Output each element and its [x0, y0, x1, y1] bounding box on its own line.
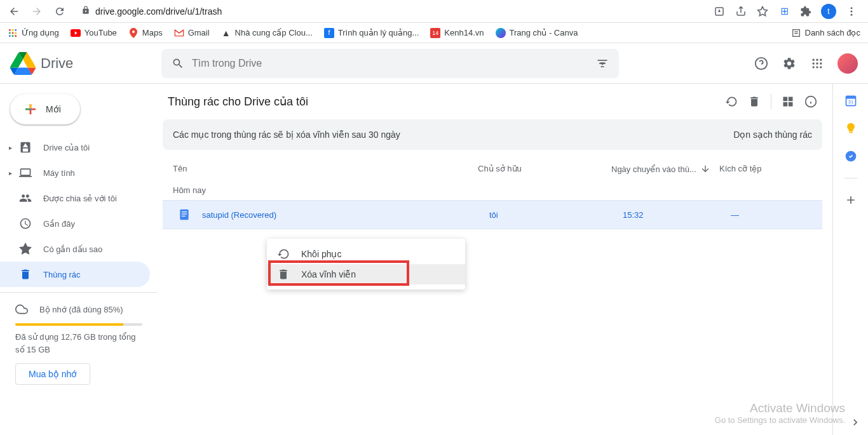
maps-bookmark[interactable]: Maps	[128, 28, 163, 38]
svg-rect-10	[9, 35, 11, 37]
svg-rect-8	[12, 32, 14, 34]
gmail-bookmark[interactable]: Gmail	[174, 28, 210, 38]
add-addon-icon[interactable]	[844, 194, 857, 206]
file-owner: tôi	[489, 210, 623, 220]
page-title: Thùng rác cho Drive của tôi	[168, 95, 308, 109]
apps-bookmark[interactable]: Ứng dụng	[8, 28, 59, 38]
drive-header: Drive	[0, 43, 868, 84]
drive-title: Drive	[41, 55, 73, 72]
sidebar-item-trash[interactable]: ▸Thùng rác	[0, 262, 150, 287]
sidebar-item-recent[interactable]: ▸Gần đây	[0, 211, 150, 236]
svg-rect-31	[783, 97, 788, 102]
svg-point-29	[816, 66, 818, 68]
caret-icon: ▸	[9, 144, 14, 151]
svg-rect-33	[783, 102, 788, 107]
address-bar[interactable]: drive.google.com/drive/u/1/trash	[74, 6, 708, 17]
youtube-icon	[71, 28, 81, 38]
reload-button[interactable]	[51, 3, 69, 20]
svg-rect-9	[15, 32, 17, 34]
ads-bookmark[interactable]: fTrình quản lý quảng...	[324, 28, 419, 38]
sidebar: Mới ▸Drive của tôi ▸Máy tính ▸Được chia …	[0, 84, 158, 435]
search-options-icon[interactable]	[596, 57, 609, 70]
settings-icon[interactable]	[782, 56, 797, 71]
canva-bookmark[interactable]: Trang chủ - Canva	[496, 28, 578, 38]
back-button[interactable]	[5, 3, 23, 20]
menu-icon[interactable]	[845, 5, 858, 18]
sidebar-item-shared[interactable]: ▸Được chia sẻ với tôi	[0, 185, 150, 211]
panel-collapse-icon[interactable]	[848, 415, 863, 430]
install-icon[interactable]	[713, 5, 726, 18]
search-box[interactable]	[161, 49, 619, 78]
apps-grid-icon[interactable]	[810, 56, 825, 71]
browser-toolbar: drive.google.com/drive/u/1/trash ⊞ t	[0, 0, 868, 23]
svg-point-30	[820, 66, 822, 68]
cloud-bookmark[interactable]: ▲Nhà cung cấp Clou...	[221, 28, 313, 38]
maps-icon	[128, 28, 139, 38]
svg-rect-4	[9, 29, 11, 31]
svg-rect-7	[9, 32, 11, 34]
menu-restore[interactable]: Khôi phục	[267, 244, 465, 264]
menu-delete-forever[interactable]: Xóa vĩnh viễn	[267, 264, 465, 284]
side-panel: 31	[832, 84, 868, 435]
tasks-icon[interactable]	[844, 150, 857, 163]
restore-action-icon[interactable]	[725, 95, 738, 108]
storage-text: Đã sử dụng 12,76 GB trong tổng số 15 GB	[15, 331, 142, 356]
bookmarks-bar: Ứng dụng YouTube Maps Gmail ▲Nhà cung cấ…	[0, 23, 868, 43]
sidebar-item-starred[interactable]: ▸Có gắn dấu sao	[0, 236, 150, 262]
file-date: 15:32	[623, 210, 731, 220]
extension-icon[interactable]: ⊞	[778, 5, 790, 18]
star-icon[interactable]	[756, 5, 769, 18]
sidebar-item-computers[interactable]: ▸Máy tính	[0, 160, 150, 185]
storage-item[interactable]: Bộ nhớ (đã dùng 85%)	[15, 303, 142, 316]
profile-avatar[interactable]: t	[821, 4, 836, 19]
file-size: —	[731, 210, 812, 220]
kenh14-bookmark[interactable]: 14Kenh14.vn	[430, 28, 484, 38]
svg-point-28	[813, 66, 815, 68]
column-date[interactable]: Ngày chuyển vào thù...	[611, 164, 719, 174]
file-name: satupid (Recovered)	[202, 210, 489, 220]
search-input[interactable]	[192, 58, 588, 69]
svg-point-1	[851, 7, 853, 9]
restore-icon	[277, 248, 290, 260]
user-avatar[interactable]	[837, 53, 858, 74]
file-row[interactable]: satupid (Recovered) tôi 15:32 —	[163, 200, 822, 229]
youtube-bookmark[interactable]: YouTube	[71, 28, 117, 38]
column-size[interactable]: Kích cỡ tệp	[719, 164, 812, 174]
delete-action-icon[interactable]	[748, 95, 761, 108]
url-text: drive.google.com/drive/u/1/trash	[95, 6, 222, 17]
forward-button[interactable]	[28, 3, 46, 20]
svg-rect-5	[12, 29, 14, 31]
svg-rect-38	[180, 210, 188, 220]
plus-icon	[23, 102, 38, 117]
content-area: Thùng rác cho Drive của tôi Các mục tron…	[158, 84, 868, 435]
drive-logo[interactable]: Drive	[10, 51, 156, 76]
buy-storage-button[interactable]: Mua bộ nhớ	[15, 363, 90, 385]
sidebar-item-my-drive[interactable]: ▸Drive của tôi	[0, 135, 150, 160]
info-icon[interactable]	[804, 95, 817, 108]
svg-rect-12	[15, 35, 17, 37]
share-icon[interactable]	[735, 5, 747, 18]
svg-point-2	[851, 10, 853, 12]
svg-point-3	[851, 13, 853, 15]
grid-view-icon[interactable]	[782, 95, 794, 108]
keep-icon[interactable]	[844, 122, 857, 135]
svg-rect-41	[182, 216, 186, 217]
new-button[interactable]: Mới	[10, 94, 80, 124]
trash-icon	[277, 268, 290, 281]
reading-list[interactable]: Danh sách đọc	[791, 28, 861, 38]
svg-point-27	[820, 62, 822, 64]
storage-bar	[15, 323, 142, 326]
browser-right-icons: ⊞ t	[713, 4, 863, 19]
cloud-icon: ▲	[221, 28, 231, 38]
calendar-icon[interactable]: 31	[844, 94, 857, 107]
puzzle-icon[interactable]	[799, 5, 812, 18]
content-header: Thùng rác cho Drive của tôi	[163, 94, 822, 119]
svg-point-26	[816, 62, 818, 64]
help-icon[interactable]	[754, 56, 769, 71]
column-owner[interactable]: Chủ sở hữu	[478, 164, 611, 174]
svg-point-23	[816, 58, 818, 60]
apps-icon	[8, 28, 18, 38]
column-name[interactable]: Tên	[173, 164, 478, 174]
view-actions	[725, 94, 817, 109]
clear-trash-button[interactable]: Dọn sạch thùng rác	[733, 130, 812, 140]
